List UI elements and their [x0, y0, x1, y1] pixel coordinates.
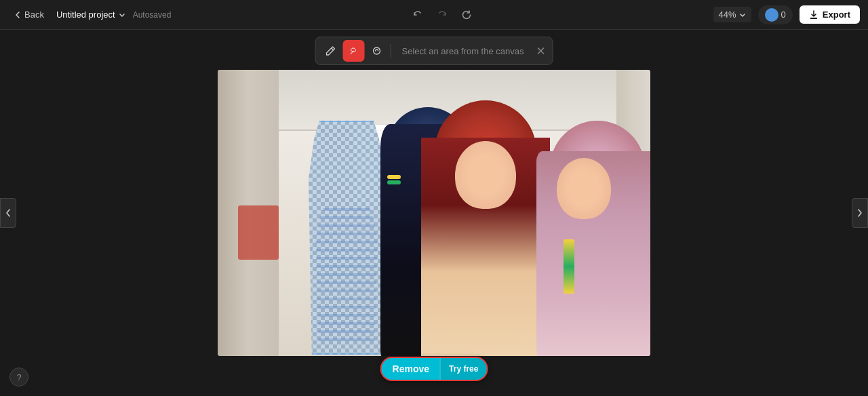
redo-icon — [437, 9, 448, 20]
back-icon — [14, 11, 22, 19]
pen-icon — [326, 45, 336, 56]
help-label: ? — [16, 372, 21, 382]
export-icon — [809, 10, 818, 20]
topbar: Back Untitled project Autosaved — [0, 0, 868, 30]
project-title[interactable]: Untitled project — [56, 9, 126, 20]
remove-button[interactable]: Remove Try free — [380, 357, 488, 381]
eraser-tool-button[interactable] — [366, 40, 388, 62]
help-button[interactable]: ? — [9, 368, 28, 387]
export-button[interactable]: Export — [800, 5, 860, 24]
nav-right-button[interactable] — [852, 198, 868, 228]
image-container[interactable] — [218, 70, 650, 356]
export-label: Export — [823, 9, 850, 20]
topbar-left: Back Untitled project Autosaved — [8, 7, 171, 22]
toolbar-separator — [391, 44, 391, 58]
back-label: Back — [24, 9, 44, 20]
zoom-level: 44% — [719, 9, 736, 20]
user-badge: 0 — [758, 5, 793, 24]
autosaved-status: Autosaved — [133, 10, 172, 20]
photo-scene — [218, 70, 650, 356]
project-title-text: Untitled project — [56, 9, 115, 20]
red-railing — [238, 205, 279, 260]
left-arrow-icon — [5, 208, 11, 218]
undo-icon — [412, 9, 423, 20]
person3-face — [455, 141, 516, 209]
user-count: 0 — [781, 9, 786, 20]
floating-toolbar: Select an area from the canvas — [315, 37, 553, 65]
toolbar-close-button[interactable] — [533, 43, 548, 58]
topbar-center — [408, 7, 476, 23]
right-arrow-icon — [857, 208, 863, 218]
try-free-label: Try free — [440, 358, 486, 380]
refresh-icon — [461, 9, 472, 20]
pen-tool-button[interactable] — [320, 40, 342, 62]
remove-button-label: Remove — [382, 358, 440, 380]
eraser-icon — [372, 45, 382, 56]
brush-select-icon — [350, 45, 358, 56]
close-icon — [536, 46, 545, 56]
refresh-button[interactable] — [457, 7, 476, 23]
svg-point-0 — [374, 47, 380, 54]
history-forward-button[interactable] — [433, 7, 452, 23]
canvas-hint: Select an area from the canvas — [394, 46, 532, 56]
canvas-area: Select an area from the canvas — [0, 30, 868, 396]
avatar — [765, 8, 778, 22]
chevron-down-icon — [118, 11, 126, 19]
back-button[interactable]: Back — [8, 7, 50, 22]
history-back-button[interactable] — [408, 7, 427, 23]
topbar-right: 44% 0 Export — [713, 5, 860, 24]
select-tool-button[interactable] — [343, 40, 365, 62]
person4-face — [557, 158, 611, 219]
chevron-down-icon — [739, 12, 746, 18]
zoom-control[interactable]: 44% — [713, 7, 751, 22]
nav-left-button[interactable] — [0, 198, 16, 228]
remove-button-container: Remove Try free — [380, 357, 488, 381]
person2-medal-yellow — [387, 175, 401, 179]
person4-medal — [564, 239, 574, 294]
person2-medal-green — [387, 180, 401, 184]
